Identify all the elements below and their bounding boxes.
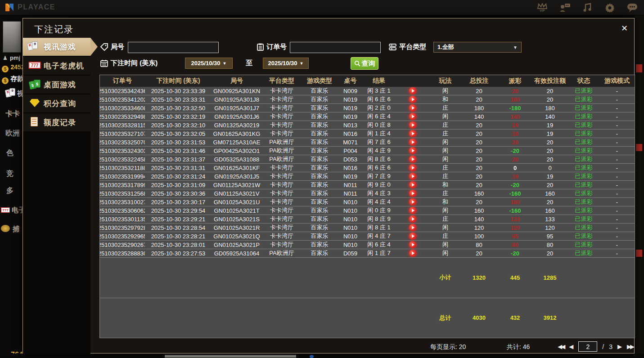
- tab-video-games[interactable]: K 9 视讯游戏: [23, 38, 90, 56]
- cell-status: 已派彩: [568, 215, 599, 223]
- cell-game-type: 百家乐: [302, 87, 338, 95]
- replay-play-button[interactable]: [409, 147, 416, 154]
- cell-round: GN01925A301J5: [212, 172, 262, 180]
- cell-payout: 95: [498, 232, 532, 240]
- platform-type-select[interactable]: 1.全部 ▼: [433, 42, 522, 53]
- lobby-item-duo[interactable]: 多: [6, 186, 14, 196]
- cell-result: 闲 0 庄 8: [363, 121, 395, 129]
- replay-play-button[interactable]: [409, 233, 416, 240]
- cell-result: 闲 0 庄 9: [363, 206, 395, 215]
- username-text: pmj: [10, 54, 20, 61]
- lobby-item-kaka[interactable]: 卡卡: [5, 109, 20, 119]
- cell-valid-bet: 80: [532, 241, 568, 249]
- balance-row: $ 2452: [2, 63, 25, 72]
- tab-quota-records[interactable]: 额度记录: [23, 113, 90, 131]
- cell-status: 已派彩: [568, 181, 599, 189]
- cell-result: 闲 8 庄 6: [363, 155, 395, 163]
- header-game-mode: 游戏模式: [599, 75, 635, 87]
- lobby-item-se[interactable]: 色: [6, 148, 14, 158]
- cell-total-bet: 20: [460, 95, 498, 103]
- lobby-item-europe[interactable]: 欧洲: [5, 129, 20, 138]
- replay-play-button[interactable]: [409, 224, 416, 231]
- replay-play-button[interactable]: [409, 139, 416, 146]
- settings-gear-icon[interactable]: [603, 1, 616, 14]
- tab-table-games[interactable]: $ $ 桌面游戏: [23, 76, 90, 94]
- replay-play-button[interactable]: [409, 207, 416, 214]
- replay-play-button[interactable]: [409, 173, 416, 180]
- deposit-button[interactable]: $ 存款: [2, 75, 24, 84]
- last-page-button[interactable]: ▶▶: [627, 343, 633, 350]
- replay-play-button[interactable]: [409, 130, 416, 137]
- table-row: 251030235288830 2025-10-30 23:27:53 GD05…: [100, 249, 635, 257]
- subtotal-valid-bet: 1285: [532, 258, 568, 298]
- vip-icon[interactable]: VIP: [536, 1, 549, 14]
- search-button[interactable]: 查询: [351, 57, 378, 70]
- replay-play-button[interactable]: [409, 164, 416, 171]
- replay-play-button[interactable]: [409, 96, 416, 103]
- replay-play-button[interactable]: [409, 190, 416, 197]
- cell-time: 2025-10-30 23:31:09: [145, 181, 212, 189]
- cell-valid-bet: 20: [532, 95, 568, 103]
- page-number-input[interactable]: 2: [578, 341, 597, 352]
- calendar-icon: [100, 59, 108, 67]
- replay-play-button[interactable]: [409, 198, 416, 206]
- cell-game-type: 百家乐: [302, 181, 338, 189]
- cell-valid-bet: 20: [532, 155, 568, 163]
- cell-total-bet: 120: [460, 224, 498, 232]
- table-row: 251030235327107 2025-10-30 23:32:05 GN01…: [100, 129, 635, 138]
- search-icon: [354, 60, 360, 67]
- replay-play-button[interactable]: [409, 104, 416, 112]
- date-to-picker[interactable]: 2025/10/30▼: [263, 58, 309, 69]
- cell-game-type: 百家乐: [302, 215, 338, 223]
- cell-round: GN01925A301J8: [212, 95, 262, 103]
- cell-payout: 80: [498, 241, 532, 249]
- avatar: [3, 21, 21, 53]
- coin-icon: $: [2, 66, 9, 72]
- replay-play-button[interactable]: [409, 250, 416, 257]
- cell-status: 已派彩: [568, 155, 599, 163]
- replay-play-button[interactable]: [409, 181, 416, 188]
- table-row: 251030235321188 2025-10-30 23:31:31 GN01…: [100, 163, 635, 172]
- tab-slot-machines[interactable]: 777 电子老虎机: [23, 57, 90, 75]
- date-from-picker[interactable]: 2025/10/30▼: [185, 58, 233, 69]
- cell-status: 已派彩: [568, 104, 599, 112]
- tab-points-query[interactable]: 积分查询: [23, 94, 90, 112]
- chat-icon[interactable]: [626, 1, 639, 14]
- cell-total-bet: 20: [460, 130, 498, 138]
- cell-round: GN01125A3021V: [212, 189, 262, 197]
- cell-status: 已派彩: [568, 147, 599, 155]
- music-icon[interactable]: [581, 1, 594, 14]
- lobby-item-fish[interactable]: 捕: [13, 225, 19, 233]
- header-result: 结果: [363, 75, 395, 87]
- next-page-button[interactable]: ▶: [617, 343, 622, 350]
- order-number-input[interactable]: [290, 42, 381, 53]
- dialog-title: 下注记录: [34, 23, 74, 36]
- replay-play-button[interactable]: [409, 215, 416, 223]
- header-status: 状态: [568, 75, 599, 87]
- round-number-input[interactable]: [128, 42, 219, 53]
- table-body: 251030235342436 2025-10-30 23:33:39 GN00…: [100, 87, 635, 257]
- slots-777-icon: 777: [1, 207, 10, 213]
- cell-result: 闲 4 庄 9: [363, 147, 395, 155]
- replay-play-button[interactable]: [409, 241, 416, 248]
- cell-payout: -20: [498, 147, 532, 155]
- first-page-button[interactable]: ◀◀: [558, 343, 564, 350]
- prev-page-button[interactable]: ◀: [569, 343, 573, 350]
- bet-records-table: 订单号 下注时间 (美东) 局号 平台类型 游戏类型 桌号 结果 玩法 总投注 …: [99, 75, 635, 338]
- cell-game-mode: -: [599, 215, 635, 223]
- cell-valid-bet: 95: [532, 232, 568, 240]
- replay-play-button[interactable]: [409, 121, 416, 129]
- replay-play-button[interactable]: [409, 113, 416, 120]
- support-icon[interactable]: [558, 1, 571, 14]
- replay-play-button[interactable]: [409, 156, 416, 163]
- close-icon[interactable]: ✕: [621, 23, 628, 33]
- cell-total-bet: 100: [460, 232, 498, 240]
- cell-bet-side: 闲: [431, 112, 460, 121]
- cell-status: 已派彩: [568, 232, 599, 240]
- cell-table-no: N011: [338, 181, 363, 189]
- cell-game-type: 百家乐: [302, 172, 338, 180]
- cell-bet-side: 庄: [431, 164, 460, 172]
- cell-table-no: N010: [338, 198, 363, 206]
- replay-play-button[interactable]: [409, 87, 416, 94]
- lobby-item-jing[interactable]: 竞: [6, 169, 14, 179]
